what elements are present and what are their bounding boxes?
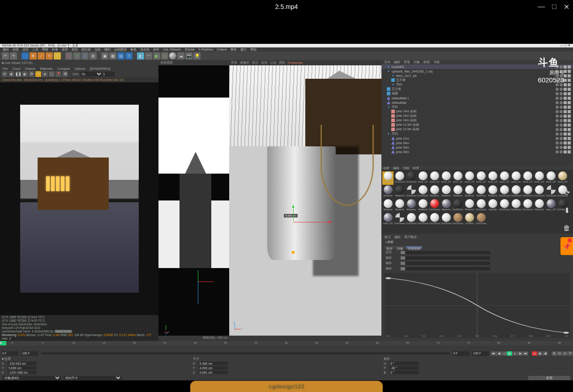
material-item[interactable]: Materia — [406, 199, 417, 213]
viewport-menu-item[interactable]: 显示 — [252, 60, 258, 65]
generator-icon[interactable]: ⬡ — [161, 52, 168, 60]
attribute-slider[interactable] — [401, 251, 490, 254]
step-fwd-button[interactable]: ▶ — [517, 351, 523, 356]
lock-icon[interactable]: 🔒 — [35, 71, 41, 77]
attr-tab[interactable]: 编辑 — [394, 235, 401, 239]
material-item[interactable]: wire_10 — [522, 171, 533, 185]
menu-item[interactable]: 样条 — [52, 47, 58, 52]
material-item[interactable]: OctGloss — [429, 213, 440, 226]
mat-tab[interactable]: 创建 — [383, 166, 389, 170]
material-item[interactable]: Materia — [394, 199, 405, 213]
material-item[interactable]: OctGloss — [499, 185, 510, 199]
lv-menu-item[interactable]: Cloud — [12, 67, 20, 70]
obj-tab[interactable]: 书签 — [433, 60, 440, 64]
lv-menu-item[interactable]: [RENDERING] — [90, 67, 111, 70]
material-item[interactable]: OctGloss — [545, 185, 556, 199]
material-item[interactable]: wire_10 — [475, 171, 487, 185]
material-item[interactable]: Materia — [464, 199, 475, 213]
refresh-icon[interactable]: ⟳ — [2, 71, 8, 77]
move-tool[interactable]: ✥ — [30, 52, 37, 60]
pin-button[interactable]: 📌 — [560, 237, 573, 255]
menu-item[interactable]: 3Dtotal — [184, 48, 194, 51]
attr-tab[interactable]: 模式 — [385, 235, 391, 239]
coord-system[interactable]: ⊕ — [90, 52, 97, 60]
pos-z-input[interactable] — [8, 371, 37, 374]
lv-menu-item[interactable]: Compare — [57, 67, 70, 70]
material-item[interactable]: Materia — [464, 185, 475, 199]
pos-y-input[interactable] — [8, 366, 37, 370]
menu-item[interactable]: 选择 — [22, 47, 29, 52]
material-item[interactable]: OctGloss — [475, 199, 487, 213]
material-item[interactable]: wire_10 — [557, 171, 568, 185]
lv-menu-item[interactable]: Objects — [25, 67, 36, 70]
attr-subtab[interactable]: 对象 — [395, 246, 405, 249]
start-frame-input[interactable] — [1, 351, 18, 356]
material-item[interactable]: wire_10 — [545, 171, 556, 185]
material-item[interactable]: wire_10 — [534, 171, 545, 185]
lv-menu-item[interactable]: File — [3, 67, 8, 70]
material-item[interactable]: Materia — [440, 185, 452, 199]
playhead[interactable]: ▶ — [0, 341, 6, 345]
y-axis-lock[interactable]: Y — [73, 52, 81, 60]
autokey-button[interactable]: ◉ — [537, 351, 543, 356]
obj-tab[interactable]: 编辑 — [394, 60, 400, 64]
material-item[interactable]: OctGloss — [440, 213, 452, 226]
tree-item[interactable]: pine 14m 实例 — [381, 118, 573, 123]
material-item[interactable]: needle — [487, 199, 498, 213]
minimize-button[interactable]: — — [538, 3, 545, 11]
material-item[interactable]: wire_10 — [464, 171, 475, 185]
tree-item[interactable]: pine 21m — [381, 136, 573, 141]
end-frame-input[interactable] — [21, 351, 38, 356]
material-item[interactable]: wire_10 — [452, 171, 463, 185]
material-item[interactable]: OctGloss — [394, 213, 405, 226]
curve-editor[interactable]: 0.00.10.20.30.40.50.60.70.80.91.0 — [385, 273, 570, 338]
material-manager[interactable]: bucket01OctGlossOctGlosswire_10wire_10wi… — [381, 170, 573, 234]
obj-tab[interactable]: 对象 — [414, 60, 420, 64]
render-viewport[interactable] — [0, 82, 158, 315]
tree-item[interactable]: pine 11.5m 实例 — [381, 123, 573, 127]
spline-primitive-icon[interactable]: 〰 — [145, 52, 152, 60]
obj-tab[interactable]: 查看 — [404, 60, 410, 64]
sphere-icon[interactable]: ● — [42, 71, 48, 77]
menu-item[interactable]: 窗口 — [240, 47, 247, 52]
material-item[interactable]: Materia — [534, 199, 545, 213]
render-settings-button[interactable]: ▤ — [117, 52, 124, 60]
tree-item[interactable]: defaultMat 1 — [381, 96, 573, 100]
menu-item[interactable]: 工具 — [32, 47, 38, 52]
download-icon[interactable]: ⬇ — [560, 201, 573, 219]
obj-tab[interactable]: 标签 — [423, 60, 430, 64]
pos-x-input[interactable] — [8, 362, 37, 365]
light-icon[interactable]: 💡 — [193, 52, 201, 60]
menu-item[interactable]: 模拟 — [72, 47, 78, 52]
material-item[interactable]: Materia — [394, 185, 405, 199]
viewport-menu-item[interactable]: 摄像机 — [240, 60, 249, 65]
goto-end-button[interactable]: ⏭ — [523, 351, 528, 356]
size-mode-select[interactable]: 绝对尺寸 — [64, 376, 122, 380]
param-key-icon[interactable]: P — [568, 351, 573, 356]
tree-item[interactable]: 立方体 — [381, 87, 573, 91]
menu-item[interactable]: 帮助 — [250, 47, 257, 52]
total-frames-input[interactable] — [472, 351, 489, 356]
record-button[interactable]: ● — [532, 351, 537, 356]
material-item[interactable]: Materia — [487, 185, 498, 199]
undo-button[interactable]: ↶ — [2, 52, 9, 60]
attribute-slider[interactable] — [401, 267, 490, 270]
timeline[interactable]: ▶ 051015202530354045505560657075808590 — [0, 341, 573, 350]
attr-tab[interactable]: 用户数据 — [404, 235, 417, 239]
box-icon[interactable]: ☐ — [49, 71, 55, 77]
timeline-scrollbar[interactable] — [41, 352, 449, 354]
trash-icon[interactable]: 🗑 — [560, 219, 573, 237]
prev-frame-button[interactable]: ◁ — [501, 351, 507, 356]
material-item[interactable]: Materia — [429, 185, 440, 199]
key-button[interactable]: ◆ — [543, 351, 548, 356]
size-x-input[interactable] — [199, 362, 228, 365]
tree-item[interactable]: pine 26m — [381, 141, 573, 145]
timeline-ruler[interactable]: ▶ 051015202530354045505560657075808590 — [0, 341, 573, 345]
pin-icon[interactable]: 📍 — [56, 71, 61, 77]
material-item[interactable]: OctGloss — [475, 213, 487, 226]
mat-tab[interactable]: 纹理 — [413, 166, 419, 170]
scale-tool[interactable]: ⤢ — [38, 52, 45, 60]
app-window-controls[interactable]: — □ ✕ — [560, 44, 571, 47]
tree-item[interactable]: pine 14m 实例 — [381, 109, 573, 114]
material-item[interactable]: wire_10 — [429, 171, 440, 185]
